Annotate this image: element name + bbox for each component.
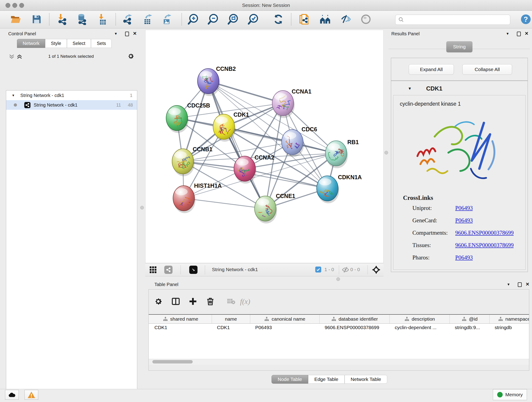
export-table-button[interactable] [141, 12, 154, 26]
search-box [395, 15, 510, 25]
table-cell[interactable]: stringdb [495, 325, 512, 330]
table-panel-tabs: Node TableEdge TableNetwork Table [272, 375, 387, 384]
scrollbar-thumb[interactable] [152, 360, 193, 364]
network-options-gear-icon[interactable] [127, 53, 134, 60]
tab-edge-table[interactable]: Edge Table [308, 375, 345, 384]
network-view-canvas[interactable]: CCNB2CCNA1CDC25BCDK1CDC6RB1CCNB1CCNA2CDK… [145, 30, 384, 263]
warning-status-button[interactable] [25, 390, 38, 400]
table-cell[interactable]: P06493 [255, 325, 272, 330]
graph-edge-CCNB2-CCNE1[interactable] [208, 81, 265, 209]
collapse-all-chevron-icon[interactable] [9, 54, 15, 59]
column-header-database-identifier[interactable]: database identifier [320, 315, 390, 323]
create-column-button[interactable] [187, 295, 199, 307]
column-header-description[interactable]: description [390, 315, 450, 323]
import-network-database-button[interactable] [75, 12, 89, 26]
graph-edge-HIST1H1A-CCNE1[interactable] [184, 198, 265, 209]
results-tab-string[interactable]: String [446, 41, 472, 52]
network-row[interactable]: String Network - cdk1 11 48 [6, 100, 137, 110]
stringify-button[interactable] [319, 12, 332, 26]
crosslink-link-genecard[interactable]: P06493 [455, 217, 473, 223]
export-image-button[interactable] [160, 12, 173, 26]
table-cell[interactable]: 9606.ENSP00000378699 [325, 325, 379, 330]
graph-node-CDKN1A[interactable]: CDKN1A [317, 174, 362, 204]
right-splitter-handle[interactable] [385, 151, 388, 154]
graph-node-CCNE1[interactable]: CCNE1 [254, 193, 295, 223]
column-header--id[interactable]: @id [450, 315, 490, 323]
search-input[interactable] [406, 17, 510, 23]
crosslink-link-compartments[interactable]: 9606.ENSP00000378699 [455, 230, 514, 236]
control-panel-close-icon[interactable]: ✕ [133, 31, 137, 36]
open-in-window-icon[interactable] [189, 266, 197, 274]
enhance-labels-button[interactable] [339, 12, 353, 26]
graph-node-CCNB2[interactable]: CCNB2 [197, 65, 236, 96]
column-header-canonical-name[interactable]: canonical name [250, 315, 320, 323]
gene-expand-triangle[interactable]: ▼ [408, 86, 412, 91]
table-settings-button[interactable] [152, 295, 164, 307]
window-title: Session: New Session [0, 2, 532, 8]
graph-node-HIST1H1A[interactable]: HIST1H1A [173, 182, 222, 214]
zoom-selected-button[interactable] [247, 12, 260, 26]
column-header-name[interactable]: name [212, 315, 250, 323]
string-overlay-icon[interactable] [164, 266, 172, 274]
graph-node-CCNB1[interactable]: CCNB1 [172, 146, 212, 176]
apply-layout-button[interactable] [272, 12, 285, 26]
import-table-button[interactable] [96, 12, 109, 26]
network-list: ▼ String Network - cdk1 1 String Network… [6, 90, 137, 402]
tab-network-table[interactable]: Network Table [345, 375, 387, 384]
crosslink-link-uniprot[interactable]: P06493 [455, 205, 473, 211]
control-panel-float-icon[interactable]: ▼ [114, 32, 118, 36]
control-panel-maximize-icon[interactable] [125, 32, 129, 36]
zoom-out-button[interactable] [206, 12, 220, 26]
delete-column-button[interactable] [204, 295, 216, 307]
open-session-button[interactable] [9, 12, 22, 26]
network-collection-row[interactable]: ▼ String Network - cdk1 1 [6, 90, 137, 100]
cloud-status-button[interactable] [5, 390, 19, 400]
graph-node-RB1[interactable]: RB1 [325, 139, 359, 168]
crosslink-link-pharos[interactable]: P06493 [455, 254, 473, 261]
birdseye-grid-icon[interactable] [149, 266, 157, 274]
pan-crosshair-icon[interactable] [372, 266, 380, 274]
export-network-button[interactable] [120, 12, 134, 26]
memory-button[interactable]: Memory [493, 389, 527, 400]
clone-network-button[interactable] [298, 12, 311, 26]
tab-select[interactable]: Select [67, 39, 91, 48]
results-panel-float-icon[interactable]: ▼ [506, 32, 509, 36]
help-button[interactable]: ? [519, 12, 532, 26]
zoom-in-button[interactable] [186, 12, 200, 26]
table-panel-close-icon[interactable]: ✕ [526, 281, 530, 287]
zoom-fit-button[interactable] [226, 12, 240, 26]
table-cell[interactable]: stringdb:9... [455, 325, 480, 330]
save-session-button[interactable] [30, 12, 43, 26]
tab-node-table[interactable]: Node Table [272, 375, 308, 384]
table-cell[interactable]: cyclin-dependent ... [395, 325, 437, 330]
expand-all-chevron-icon[interactable] [17, 54, 22, 59]
graph-node-CDC25B[interactable]: CDC25B [166, 102, 210, 133]
crosslink-link-tissues[interactable]: 9606.ENSP00000378699 [455, 242, 514, 248]
table-panel-maximize-icon[interactable] [518, 282, 522, 287]
graph-node-CCNA2[interactable]: CCNA2 [234, 154, 274, 184]
table-cell[interactable]: CDK1 [217, 325, 230, 330]
table-horizontal-scrollbar[interactable] [149, 359, 529, 365]
hidden-eye-slash-icon [342, 267, 349, 273]
expand-all-button[interactable]: Expand All [409, 64, 454, 75]
column-header-namespace[interactable]: namespace [490, 315, 529, 323]
results-panel-close-icon[interactable]: ✕ [525, 31, 529, 36]
column-header-shared-name[interactable]: shared name [149, 315, 212, 323]
table-cell[interactable]: CDK1 [154, 325, 167, 330]
graph-node-CCNA1[interactable]: CCNA1 [272, 88, 311, 118]
collection-expand-triangle[interactable]: ▼ [12, 94, 15, 97]
show-graphics-button[interactable] [359, 12, 373, 26]
left-splitter-handle[interactable] [140, 206, 144, 210]
column-header-label: shared name [170, 316, 198, 322]
graph-node-CDC6[interactable]: CDC6 [282, 126, 317, 157]
results-panel-maximize-icon[interactable] [517, 32, 521, 36]
selected-checkbox-icon[interactable] [315, 267, 321, 273]
tab-style[interactable]: Style [45, 39, 67, 48]
show-columns-button[interactable] [170, 295, 182, 307]
node-label-CDC25B: CDC25B [187, 102, 210, 109]
tab-sets[interactable]: Sets [91, 39, 112, 48]
collapse-all-button[interactable]: Collapse All [462, 64, 512, 75]
tab-network[interactable]: Network [17, 39, 45, 48]
table-panel-float-icon[interactable]: ▼ [507, 282, 510, 286]
import-network-file-button[interactable] [55, 12, 69, 26]
